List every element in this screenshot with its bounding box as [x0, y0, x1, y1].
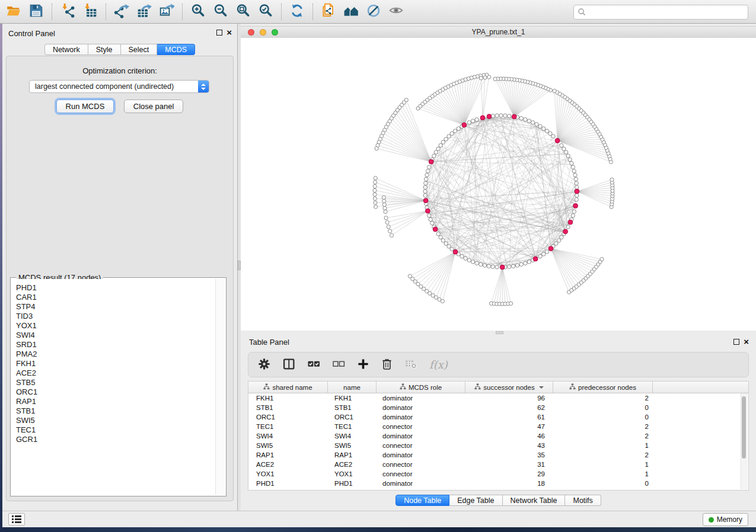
graph-node[interactable] [426, 169, 430, 173]
gear-button[interactable] [258, 358, 270, 372]
table-cell[interactable]: 62 [465, 403, 553, 412]
table-cell[interactable]: dominator [377, 412, 465, 422]
mcds-result-item[interactable]: ORC1 [16, 387, 215, 397]
zoom-in-button[interactable] [187, 2, 209, 22]
graph-node[interactable] [495, 265, 499, 269]
table-cell[interactable]: STB1 [248, 403, 328, 412]
table-cell[interactable]: dominator [377, 393, 465, 403]
table-cell[interactable]: 1 [553, 469, 653, 479]
close-panel-icon[interactable]: × [227, 29, 232, 36]
table-cell[interactable]: connector [377, 422, 465, 431]
graph-node[interactable] [508, 265, 511, 268]
graph-node[interactable] [447, 245, 451, 248]
graph-node[interactable] [487, 75, 491, 79]
table-cell[interactable]: dominator [377, 450, 465, 460]
table-scrollbar[interactable] [741, 393, 748, 489]
graph-node[interactable] [436, 147, 440, 150]
eye-button[interactable] [385, 2, 407, 22]
folder-open-button[interactable] [3, 2, 24, 22]
table-cell[interactable]: YOX1 [248, 469, 328, 479]
search-input[interactable] [586, 6, 748, 18]
mcds-list-scrollbar[interactable] [215, 279, 225, 495]
float-panel-icon[interactable] [216, 30, 222, 36]
graph-node[interactable] [538, 255, 542, 258]
column-header-shared-name[interactable]: shared name [248, 382, 328, 393]
graph-node[interactable] [428, 165, 431, 169]
table-cell[interactable]: TEC1 [328, 422, 377, 431]
mcds-result-item[interactable]: ACE2 [16, 368, 215, 378]
mcds-result-item[interactable]: STP4 [16, 302, 215, 312]
table-row[interactable]: TEC1TEC1connector472 [248, 422, 748, 431]
hide-details-button[interactable] [363, 2, 384, 22]
graph-node[interactable] [423, 194, 427, 197]
tab-network[interactable]: Network [44, 44, 88, 55]
graph-node[interactable] [575, 198, 578, 201]
table-row[interactable]: ACE2ACE2connector311 [248, 460, 748, 469]
table-cell[interactable]: 35 [465, 450, 553, 460]
table-cell[interactable]: 0 [553, 412, 653, 422]
columns-button[interactable] [283, 358, 295, 372]
graph-node[interactable] [538, 124, 542, 128]
graph-node[interactable] [499, 114, 503, 117]
table-cell[interactable]: ACE2 [248, 460, 328, 469]
graph-node[interactable] [568, 158, 572, 161]
graph-node[interactable] [444, 137, 448, 141]
graph-node[interactable] [467, 258, 471, 262]
table-row[interactable]: PHD1PHD1dominator180 [248, 479, 748, 488]
graph-node[interactable] [416, 107, 420, 110]
table-cell[interactable]: ORC1 [248, 412, 328, 422]
table-cell[interactable]: 31 [465, 460, 553, 469]
graph-node[interactable] [434, 150, 438, 154]
graph-hub-node[interactable] [429, 159, 433, 164]
graph-node[interactable] [554, 242, 558, 245]
mcds-result-item[interactable]: FKH1 [16, 359, 215, 368]
graph-node[interactable] [519, 117, 523, 120]
graph-node[interactable] [475, 118, 479, 121]
mcds-result-item[interactable]: SWI5 [16, 416, 215, 425]
mcds-result-item[interactable]: SWI4 [16, 331, 215, 340]
graph-node[interactable] [570, 161, 573, 165]
graph-node[interactable] [388, 229, 392, 233]
table-cell[interactable]: PHD1 [328, 479, 377, 488]
graph-hub-node[interactable] [548, 246, 553, 251]
graph-node[interactable] [566, 225, 570, 229]
table-row[interactable]: ORC1ORC1dominator610 [248, 412, 748, 422]
graph-node[interactable] [575, 181, 578, 185]
graph-node[interactable] [509, 302, 513, 305]
search-box[interactable] [573, 5, 748, 20]
graph-hub-node[interactable] [500, 265, 505, 270]
graph-node[interactable] [441, 140, 445, 144]
graph-node[interactable] [535, 123, 538, 126]
network-titlebar[interactable]: YPA_prune.txt_1 [241, 26, 756, 39]
table-cell[interactable]: SWI5 [328, 441, 377, 450]
graph-node[interactable] [383, 206, 387, 210]
table-cell[interactable]: RAP1 [328, 450, 377, 460]
graph-node[interactable] [571, 214, 575, 217]
tab-mcds[interactable]: MCDS [157, 44, 195, 55]
mcds-result-item[interactable]: CAR1 [16, 293, 215, 302]
mcds-result-item[interactable]: PMA2 [16, 350, 215, 359]
scrollbar-thumb[interactable] [742, 396, 746, 459]
graph-node[interactable] [495, 114, 499, 117]
graph-node[interactable] [373, 188, 377, 192]
graph-node[interactable] [385, 220, 389, 224]
graph-hub-node[interactable] [426, 209, 430, 213]
graph-node[interactable] [430, 222, 434, 225]
graph-hub-node[interactable] [575, 189, 579, 194]
graph-hub-node[interactable] [563, 229, 568, 234]
graph-node[interactable] [439, 235, 442, 239]
graph-node[interactable] [519, 262, 523, 266]
graph-node[interactable] [374, 205, 378, 209]
column-header-successor-nodes[interactable]: successor nodes [465, 382, 553, 393]
graph-node[interactable] [382, 196, 385, 199]
horizontal-splitter[interactable] [241, 331, 756, 335]
tab-select[interactable]: Select [121, 44, 158, 55]
graph-node[interactable] [374, 181, 377, 184]
save-button[interactable] [25, 2, 47, 22]
table-cell[interactable]: PHD1 [248, 479, 328, 488]
graph-node[interactable] [571, 165, 575, 169]
graph-node[interactable] [374, 177, 377, 180]
graph-hub-node[interactable] [487, 114, 492, 119]
graph-node[interactable] [491, 265, 495, 268]
graph-node[interactable] [457, 127, 460, 130]
